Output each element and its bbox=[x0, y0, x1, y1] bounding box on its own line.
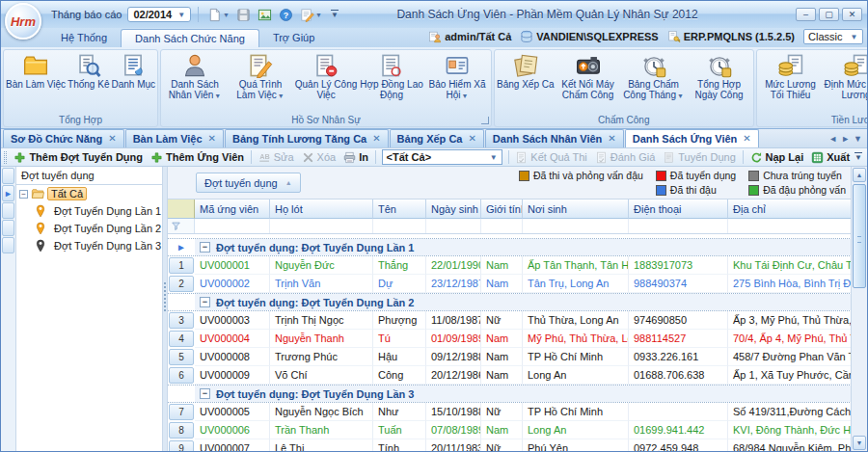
filter-cell[interactable] bbox=[481, 219, 523, 233]
row-indicator-cell[interactable]: 8 bbox=[168, 421, 195, 439]
grid-cell[interactable]: Nam bbox=[481, 366, 523, 385]
dialog-launcher-icon[interactable] bbox=[481, 117, 489, 124]
grid-cell[interactable]: 01688.706.638 bbox=[629, 366, 728, 385]
tab-prev-icon[interactable]: ◄ bbox=[828, 134, 837, 144]
close-icon[interactable]: ✕ bbox=[743, 134, 750, 144]
grid-cell[interactable]: Nguyễn Ngọc Bích bbox=[270, 403, 373, 421]
document-tab[interactable]: Bảng Xếp Ca✕ bbox=[390, 129, 484, 147]
group-row[interactable]: −Đợt tuyển dụng: Đợt Tuyển Dụng Lần 3 bbox=[168, 385, 867, 403]
grid-cell[interactable]: Như bbox=[373, 403, 426, 421]
close-icon[interactable]: ✕ bbox=[608, 134, 615, 144]
group-row-band[interactable]: −Đợt tuyển dụng: Đợt Tuyển Dụng Lần 2 bbox=[195, 294, 853, 310]
document-tab[interactable]: Danh Sách Ứng Viên✕ bbox=[625, 129, 759, 147]
grid-cell[interactable]: UV000002 bbox=[195, 275, 270, 293]
grid-cell[interactable]: Long An bbox=[523, 366, 629, 385]
filter-cell[interactable] bbox=[270, 219, 373, 233]
toolbar-button[interactable]: ABSửa bbox=[256, 151, 297, 164]
scroll-down-icon[interactable]: ▼ bbox=[853, 436, 866, 450]
grid-cell[interactable]: 988114527 bbox=[629, 330, 728, 348]
tree-node[interactable]: −Tất Cả bbox=[16, 185, 162, 202]
grid-cell[interactable]: UV000006 bbox=[195, 421, 270, 439]
grid-cell[interactable]: Phượng bbox=[373, 311, 426, 330]
table-row[interactable]: 5UV000008Trương PhúcHậu09/12/1988NamTP H… bbox=[168, 348, 867, 366]
group-row[interactable]: −Đợt tuyển dụng: Đợt Tuyển Dụng Lần 2 bbox=[168, 293, 867, 311]
grid-cell[interactable]: Tính bbox=[373, 439, 426, 451]
row-indicator-cell[interactable]: 7 bbox=[168, 403, 195, 421]
grid-cell[interactable]: Lê Thị bbox=[270, 439, 373, 451]
filter-combo[interactable]: <Tất Cả>▼ bbox=[382, 149, 502, 165]
toolbar-button[interactable]: Tuyển Dụng bbox=[660, 151, 739, 164]
grid-cell[interactable]: Công bbox=[373, 366, 426, 385]
grid-cell[interactable]: Nữ bbox=[481, 439, 523, 451]
filter-cell[interactable] bbox=[629, 219, 728, 233]
grid-cell[interactable]: Thủ Thừa, Long An bbox=[523, 311, 629, 330]
ribbon-button[interactable]: Quản Lý Công Việc bbox=[293, 51, 359, 114]
tab-list-icon[interactable]: ▼ bbox=[854, 134, 862, 144]
grid-cell[interactable]: UV000007 bbox=[195, 439, 270, 451]
filter-cell[interactable] bbox=[523, 219, 629, 233]
toolbar-button[interactable]: In bbox=[340, 151, 371, 164]
save-button[interactable] bbox=[234, 7, 253, 23]
filter-cell[interactable] bbox=[195, 219, 270, 233]
table-row[interactable]: 3UV000003Trịnh Thị NgọcPhượng11/08/1987N… bbox=[168, 311, 867, 330]
close-icon[interactable]: ✕ bbox=[372, 134, 380, 144]
close-button[interactable]: ✕ bbox=[842, 8, 862, 21]
ribbon-button[interactable]: Kết Nối Máy Chấm Công bbox=[556, 51, 621, 114]
toolbar-button[interactable]: Thêm Ứng Viên bbox=[148, 151, 247, 164]
grid-cell[interactable]: Tú bbox=[373, 330, 426, 348]
minimize-button[interactable]: – bbox=[796, 8, 816, 21]
table-row[interactable]: 8UV000006Trần ThanhTuấn07/08/1989NamLong… bbox=[168, 421, 867, 439]
report-month-dropdown[interactable]: 02/2014 ▼ bbox=[127, 7, 191, 22]
grid-cell[interactable]: 20/12/1986 bbox=[426, 366, 481, 385]
grid-cell[interactable]: Nam bbox=[481, 256, 523, 275]
ribbon-button[interactable]: Thống Kê bbox=[67, 51, 110, 114]
ribbon-button[interactable]: Quá Trình Làm Việc▼ bbox=[228, 51, 293, 114]
help-button[interactable]: ? bbox=[277, 7, 295, 23]
filter-cell[interactable] bbox=[373, 219, 426, 233]
group-by-button[interactable]: Đợt tuyển dụng ▲ bbox=[196, 173, 301, 193]
grid-cell[interactable]: 458/7 Đường Phan Văn Trị bbox=[728, 348, 853, 366]
grid-cell[interactable]: 23/12/1987 bbox=[426, 275, 481, 293]
table-row[interactable]: 9UV000007Lê ThịTính20/11/1983NữPhú Yên09… bbox=[168, 439, 867, 451]
toolbar-button[interactable]: Nạp Lại bbox=[747, 151, 807, 164]
grid-cell[interactable]: Hậu bbox=[373, 348, 426, 366]
row-indicator-cell[interactable]: 9 bbox=[168, 439, 195, 451]
collapse-icon[interactable]: − bbox=[19, 190, 28, 199]
grid-cell[interactable]: Ấp 3, Mỹ Phú, Thủ Thừa, L bbox=[728, 311, 853, 330]
column-header[interactable]: Giới tính bbox=[481, 199, 523, 219]
column-header[interactable]: Họ lót bbox=[270, 199, 373, 219]
grid-cell[interactable]: Long An bbox=[523, 421, 629, 439]
grid-cell[interactable]: Tuấn bbox=[373, 421, 426, 439]
grid-corner-cell[interactable] bbox=[168, 199, 195, 219]
toolbar-button[interactable]: Đánh Giá bbox=[592, 151, 658, 164]
ribbon-button[interactable]: Hợp Đồng Lao Động bbox=[359, 51, 424, 114]
grid-cell[interactable]: TP Hồ Chí Minh bbox=[523, 403, 629, 421]
ribbon-button[interactable]: Định Mức Tính Lương bbox=[824, 51, 868, 114]
ribbon-tab[interactable]: Trợ Giúp bbox=[259, 29, 328, 47]
maximize-button[interactable]: ▢ bbox=[819, 8, 839, 21]
group-row[interactable]: ►−Đợt tuyển dụng: Đợt Tuyển Dụng Lần 1 bbox=[168, 238, 867, 256]
ribbon-tab[interactable]: Danh Sách Chức Năng bbox=[121, 29, 259, 47]
grid-cell[interactable]: 70/4, Ấp 4, Mỹ Phú, Thủ T bbox=[728, 330, 853, 348]
row-indicator-cell[interactable]: 6 bbox=[168, 366, 195, 385]
grid-cell[interactable]: Ấp Tân Thạnh, Tân Hương, ... bbox=[523, 256, 629, 275]
tree-node[interactable]: Đợt Tuyển Dụng Lần 1 bbox=[16, 202, 162, 220]
grid-cell[interactable]: 15/10/1988 bbox=[426, 403, 481, 421]
grid-cell[interactable]: Trương Phúc bbox=[270, 348, 373, 366]
column-header[interactable]: Địa chỉ bbox=[728, 199, 853, 219]
document-tab[interactable]: Bảng Tính Lương Tăng Ca✕ bbox=[225, 129, 389, 147]
column-header[interactable]: Điện thoại bbox=[629, 199, 728, 219]
ribbon-button[interactable]: Tổng Hợp Ngày Công bbox=[687, 51, 752, 114]
ribbon-button[interactable]: Bảng Xếp Ca bbox=[496, 51, 556, 114]
grid-cell[interactable]: 22/01/1990 bbox=[426, 256, 481, 275]
grid-cell[interactable]: Trịnh Thị Ngọc bbox=[270, 311, 373, 330]
grid-cell[interactable]: TP Hồ Chí Minh bbox=[523, 348, 629, 366]
tab-next-icon[interactable]: ► bbox=[841, 134, 850, 144]
column-header[interactable]: Mã ứng viên bbox=[195, 199, 270, 219]
grid-cell[interactable] bbox=[629, 403, 728, 421]
grid-cell[interactable]: Ấp 1, Xã Tuy Phước, Cần bbox=[728, 366, 853, 385]
grid-cell[interactable]: UV000009 bbox=[195, 366, 270, 385]
close-icon[interactable]: ✕ bbox=[468, 134, 475, 144]
grid-cell[interactable]: 0933.226.161 bbox=[629, 348, 728, 366]
document-tab[interactable]: Sơ Đồ Chức Năng✕ bbox=[3, 129, 124, 147]
